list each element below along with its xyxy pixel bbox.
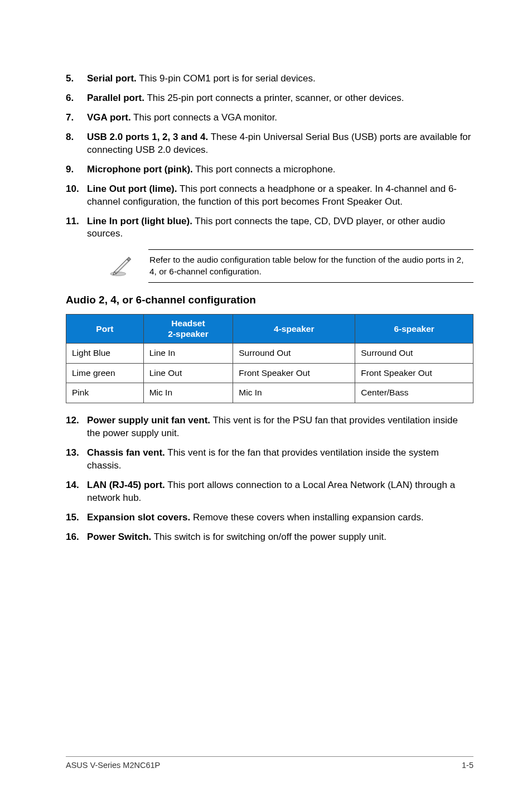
item-number: 15. bbox=[66, 511, 87, 524]
item-bold: USB 2.0 ports 1, 2, 3 and 4. bbox=[87, 132, 208, 142]
item-number: 9. bbox=[66, 163, 87, 176]
item-bold: Serial port. bbox=[87, 73, 137, 84]
pencil-icon bbox=[109, 254, 133, 278]
item-body: VGA port. This port connects a VGA monit… bbox=[87, 112, 473, 124]
cell: Line In bbox=[143, 343, 233, 363]
item-number: 7. bbox=[66, 112, 87, 124]
item-body: Line In port (light blue). This port con… bbox=[87, 215, 473, 241]
cell: Mic In bbox=[143, 383, 233, 403]
list-item: 8. USB 2.0 ports 1, 2, 3 and 4. These 4-… bbox=[66, 131, 473, 157]
item-bold: Chassis fan vent. bbox=[87, 447, 165, 458]
item-bold: Expansion slot covers. bbox=[87, 512, 190, 523]
item-bold: Line In port (light blue). bbox=[87, 216, 192, 226]
cell: Lime green bbox=[66, 363, 144, 383]
col-4speaker: 4-speaker bbox=[233, 314, 355, 343]
table-row: Pink Mic In Mic In Center/Bass bbox=[66, 383, 473, 403]
item-body: Expansion slot covers. Remove these cove… bbox=[87, 511, 473, 524]
cell: Front Speaker Out bbox=[355, 363, 473, 383]
item-bold: Microphone port (pink). bbox=[87, 164, 193, 175]
note-block: Refer to the audio configuration table b… bbox=[109, 249, 473, 283]
item-number: 14. bbox=[66, 479, 87, 505]
item-body: Chassis fan vent. This vent is for the f… bbox=[87, 447, 473, 472]
audio-config-table: Port Headset 2-speaker 4-speaker 6-speak… bbox=[66, 314, 473, 404]
list-item: 6. Parallel port. This 25-pin port conne… bbox=[66, 92, 473, 105]
item-body: Microphone port (pink). This port connec… bbox=[87, 163, 473, 176]
list-item: 9. Microphone port (pink). This port con… bbox=[66, 163, 473, 176]
table-header-row: Port Headset 2-speaker 4-speaker 6-speak… bbox=[66, 314, 473, 343]
cell: Surround Out bbox=[355, 343, 473, 363]
item-number: 10. bbox=[66, 183, 87, 209]
cell: Front Speaker Out bbox=[233, 363, 355, 383]
item-number: 16. bbox=[66, 531, 87, 544]
cell: Light Blue bbox=[66, 343, 144, 363]
list-item: 5. Serial port. This 9-pin COM1 port is … bbox=[66, 73, 473, 85]
table-row: Lime green Line Out Front Speaker Out Fr… bbox=[66, 363, 473, 383]
svg-marker-2 bbox=[114, 259, 129, 274]
list-item: 12. Power supply unit fan vent. This ven… bbox=[66, 414, 473, 440]
item-number: 12. bbox=[66, 414, 87, 440]
section-heading: Audio 2, 4, or 6-channel configuration bbox=[66, 293, 473, 307]
table-row: Light Blue Line In Surround Out Surround… bbox=[66, 343, 473, 363]
item-body: Power supply unit fan vent. This vent is… bbox=[87, 414, 473, 440]
numbered-list-bottom: 12. Power supply unit fan vent. This ven… bbox=[66, 414, 473, 544]
item-bold: Power supply unit fan vent. bbox=[87, 415, 210, 426]
item-number: 13. bbox=[66, 447, 87, 472]
item-rest: This 25-pin port connects a printer, sca… bbox=[144, 93, 404, 103]
item-rest: This port connects a VGA monitor. bbox=[131, 112, 277, 123]
cell: Center/Bass bbox=[355, 383, 473, 403]
cell: Pink bbox=[66, 383, 144, 403]
list-item: 14. LAN (RJ-45) port. This port allows c… bbox=[66, 479, 473, 505]
item-number: 5. bbox=[66, 73, 87, 85]
item-body: USB 2.0 ports 1, 2, 3 and 4. These 4-pin… bbox=[87, 131, 473, 157]
item-bold: Parallel port. bbox=[87, 93, 144, 103]
item-number: 8. bbox=[66, 131, 87, 157]
col-2speaker: Headset 2-speaker bbox=[143, 314, 233, 343]
item-bold: Power Switch. bbox=[87, 532, 151, 542]
item-body: LAN (RJ-45) port. This port allows conne… bbox=[87, 479, 473, 505]
item-rest: This port connects a microphone. bbox=[193, 164, 336, 175]
note-text: Refer to the audio configuration table b… bbox=[148, 249, 473, 283]
item-rest: This 9-pin COM1 port is for serial devic… bbox=[137, 73, 316, 84]
item-number: 6. bbox=[66, 92, 87, 105]
item-body: Line Out port (lime). This port connects… bbox=[87, 183, 473, 209]
item-bold: VGA port. bbox=[87, 112, 131, 123]
cell: Surround Out bbox=[233, 343, 355, 363]
list-item: 15. Expansion slot covers. Remove these … bbox=[66, 511, 473, 524]
item-rest: Remove these covers when installing expa… bbox=[190, 512, 424, 523]
list-item: 10. Line Out port (lime). This port conn… bbox=[66, 183, 473, 209]
col-port: Port bbox=[66, 314, 144, 343]
col-6speaker: 6-speaker bbox=[355, 314, 473, 343]
list-item: 16. Power Switch. This switch is for swi… bbox=[66, 531, 473, 544]
cell: Mic In bbox=[233, 383, 355, 403]
item-bold: LAN (RJ-45) port. bbox=[87, 480, 165, 490]
numbered-list-top: 5. Serial port. This 9-pin COM1 port is … bbox=[66, 73, 473, 240]
item-body: Serial port. This 9-pin COM1 port is for… bbox=[87, 73, 473, 85]
item-number: 11. bbox=[66, 215, 87, 241]
item-rest: This switch is for switching on/off the … bbox=[151, 532, 386, 542]
list-item: 11. Line In port (light blue). This port… bbox=[66, 215, 473, 241]
item-body: Power Switch. This switch is for switchi… bbox=[87, 531, 473, 544]
cell: Line Out bbox=[143, 363, 233, 383]
audio-config-table-wrap: Port Headset 2-speaker 4-speaker 6-speak… bbox=[66, 314, 473, 404]
list-item: 7. VGA port. This port connects a VGA mo… bbox=[66, 112, 473, 124]
item-body: Parallel port. This 25-pin port connects… bbox=[87, 92, 473, 105]
list-item: 13. Chassis fan vent. This vent is for t… bbox=[66, 447, 473, 472]
item-bold: Line Out port (lime). bbox=[87, 183, 177, 194]
svg-point-1 bbox=[110, 272, 126, 276]
